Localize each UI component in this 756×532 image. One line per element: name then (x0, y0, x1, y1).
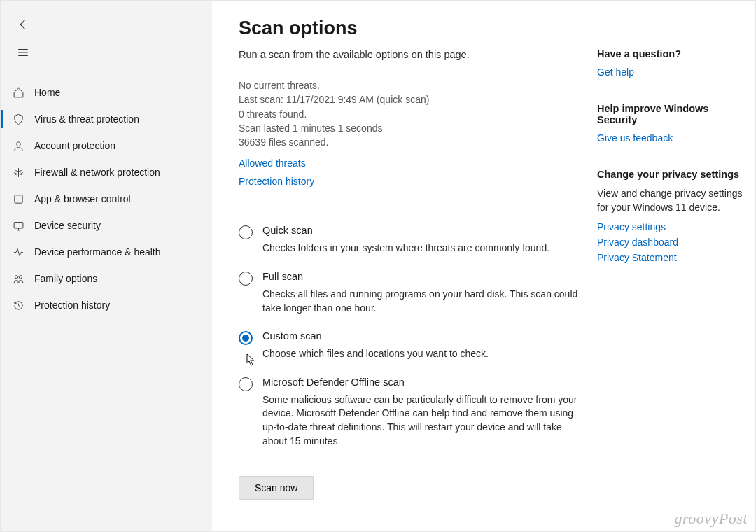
sidebar-item-protection-history[interactable]: Protection history (1, 292, 212, 318)
rail-improve-section: Help improve Windows Security Give us fe… (597, 103, 743, 144)
option-desc: Choose which files and locations you wan… (262, 347, 489, 361)
threat-status: No current threats. Last scan: 11/17/202… (239, 78, 580, 149)
sidebar-item-label: Virus & threat protection (34, 113, 139, 125)
option-title: Microsoft Defender Offline scan (262, 377, 580, 388)
sidebar: Home Virus & threat protection Account p… (1, 1, 212, 531)
rail-privacy-section: Change your privacy settings View and ch… (597, 169, 743, 263)
svg-rect-2 (14, 222, 23, 228)
network-icon (10, 167, 26, 178)
option-title: Full scan (262, 271, 580, 282)
radio-icon[interactable] (239, 331, 253, 345)
device-icon (10, 220, 26, 232)
status-files-scanned: 36639 files scanned. (239, 135, 580, 149)
sidebar-item-virus-threat[interactable]: Virus & threat protection (1, 106, 212, 132)
rail-heading: Change your privacy settings (597, 169, 743, 180)
svg-rect-1 (14, 195, 22, 202)
svg-point-3 (15, 275, 18, 278)
sidebar-item-app-browser[interactable]: App & browser control (1, 186, 212, 212)
sidebar-item-label: Family options (34, 273, 97, 284)
family-icon (10, 273, 26, 285)
status-duration: Scan lasted 1 minutes 1 seconds (239, 121, 580, 135)
sidebar-item-home[interactable]: Home (1, 79, 212, 106)
feedback-link[interactable]: Give us feedback (597, 132, 743, 144)
sidebar-item-firewall[interactable]: Firewall & network protection (1, 159, 212, 186)
sidebar-item-label: Account protection (34, 140, 115, 151)
option-desc: Checks folders in your system where thre… (262, 241, 550, 255)
svg-point-4 (19, 275, 22, 278)
radio-icon[interactable] (239, 377, 253, 391)
sidebar-item-label: Device security (34, 220, 101, 231)
option-title: Custom scan (262, 330, 489, 342)
app-icon (10, 193, 26, 205)
option-desc: Checks all files and running programs on… (262, 288, 580, 315)
radio-icon[interactable] (239, 225, 253, 239)
option-full-scan[interactable]: Full scan Checks all files and running p… (239, 271, 580, 315)
home-icon (10, 87, 26, 99)
shield-icon (10, 113, 26, 125)
menu-button[interactable] (9, 38, 37, 66)
rail-heading: Have a question? (597, 48, 743, 59)
status-no-threats: No current threats. (239, 78, 580, 92)
protection-history-link[interactable]: Protection history (239, 176, 314, 187)
sidebar-top-icons (1, 6, 212, 79)
sidebar-item-device-security[interactable]: Device security (1, 212, 212, 239)
watermark: groovyPost (675, 510, 748, 528)
account-icon (10, 140, 26, 152)
history-icon (10, 300, 26, 312)
scan-now-button[interactable]: Scan now (239, 476, 314, 500)
status-last-scan: Last scan: 11/17/2021 9:49 AM (quick sca… (239, 92, 580, 106)
privacy-statement-link[interactable]: Privacy Statement (597, 252, 743, 263)
sidebar-item-performance[interactable]: Device performance & health (1, 239, 212, 265)
status-threats-found: 0 threats found. (239, 107, 580, 121)
option-quick-scan[interactable]: Quick scan Checks folders in your system… (239, 225, 580, 255)
page-title: Scan options (239, 18, 580, 39)
rail-question-section: Have a question? Get help (597, 48, 743, 78)
sidebar-item-account[interactable]: Account protection (1, 132, 212, 159)
sidebar-item-label: Firewall & network protection (34, 167, 160, 178)
content-column: Scan options Run a scan from the availab… (239, 18, 580, 517)
back-arrow-icon (17, 18, 29, 31)
option-title: Quick scan (262, 225, 550, 236)
sidebar-item-label: Device performance & health (34, 246, 161, 258)
radio-icon[interactable] (239, 272, 253, 286)
allowed-threats-link[interactable]: Allowed threats (239, 158, 306, 169)
hamburger-icon (17, 46, 29, 59)
svg-point-0 (16, 141, 20, 146)
privacy-settings-link[interactable]: Privacy settings (597, 221, 743, 232)
get-help-link[interactable]: Get help (597, 66, 743, 78)
option-custom-scan[interactable]: Custom scan Choose which files and locat… (239, 330, 580, 361)
privacy-dashboard-link[interactable]: Privacy dashboard (597, 237, 743, 248)
rail-text: View and change privacy settings for you… (597, 187, 743, 214)
sidebar-item-family[interactable]: Family options (1, 265, 212, 292)
right-rail: Have a question? Get help Help improve W… (597, 18, 743, 517)
back-button[interactable] (9, 10, 37, 38)
option-desc: Some malicious software can be particula… (262, 393, 580, 448)
performance-icon (10, 246, 26, 258)
sidebar-item-label: Protection history (34, 300, 110, 311)
scan-options-group: Quick scan Checks folders in your system… (239, 225, 580, 448)
rail-heading: Help improve Windows Security (597, 103, 743, 125)
option-defender-offline[interactable]: Microsoft Defender Offline scan Some mal… (239, 377, 580, 448)
sidebar-item-label: App & browser control (34, 193, 131, 204)
page-subtitle: Run a scan from the available options on… (239, 49, 580, 60)
sidebar-item-label: Home (34, 87, 60, 98)
main-content: Scan options Run a scan from the availab… (212, 1, 755, 531)
